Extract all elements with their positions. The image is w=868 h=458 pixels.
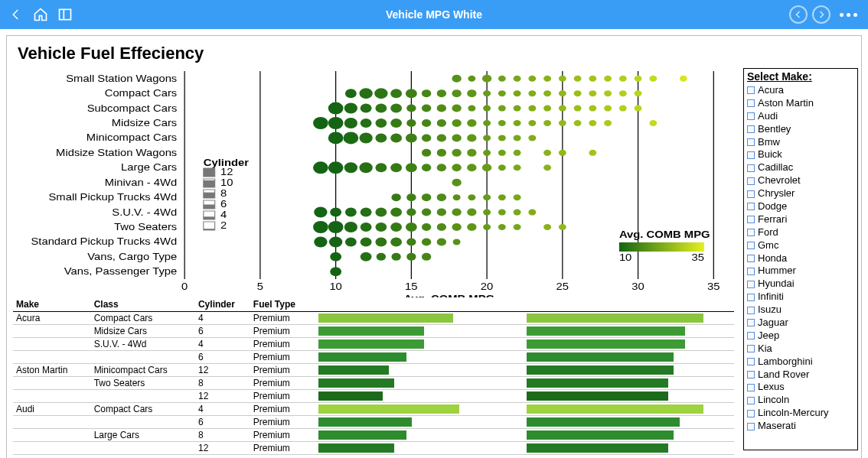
nav-back-button[interactable] [789,5,808,24]
make-filter-item[interactable]: Cadillac [747,161,854,174]
make-filter-item[interactable]: Isuzu [747,304,854,317]
scatter-point[interactable] [559,224,566,230]
scatter-point[interactable] [437,164,446,171]
scatter-point[interactable] [452,209,461,216]
table-row[interactable]: Two Seaters8Premium [13,377,734,390]
scatter-point[interactable] [635,90,642,96]
more-menu-button[interactable] [835,8,862,21]
make-filter-item[interactable]: Gmc [747,239,854,252]
scatter-point[interactable] [330,208,341,217]
scatter-point[interactable] [377,253,386,261]
scatter-point[interactable] [437,134,446,141]
scatter-point[interactable] [314,207,327,218]
scatter-point[interactable] [361,223,372,232]
scatter-point[interactable] [406,105,416,112]
scatter-point[interactable] [390,104,402,113]
scatter-point[interactable] [422,134,431,141]
scatter-point[interactable] [574,106,582,112]
scatter-point[interactable] [437,209,446,216]
scatter-point[interactable] [543,106,551,112]
scatter-point[interactable] [345,208,357,217]
scatter-point[interactable] [514,135,521,141]
scatter-point[interactable] [361,104,372,113]
make-filter-item[interactable]: Acura [747,84,854,97]
scatter-point[interactable] [344,118,357,128]
scatter-point[interactable] [559,76,566,82]
scatter-point[interactable] [452,105,461,112]
make-filter-item[interactable]: Bmw [747,136,854,149]
scatter-point[interactable] [574,120,582,126]
scatter-point[interactable] [390,133,402,142]
scatter-point[interactable] [452,179,461,187]
make-filter-item[interactable]: Chevrolet [747,174,854,187]
scatter-point[interactable] [452,89,461,97]
scatter-point[interactable] [390,223,402,232]
scatter-point[interactable] [422,105,431,112]
scatter-point[interactable] [361,119,372,128]
table-row[interactable]: Aston MartinMinicompact Cars12Premium [13,364,734,377]
scatter-point[interactable] [344,132,359,144]
scatter-point[interactable] [359,88,372,99]
scatter-point[interactable] [390,237,402,246]
scatter-point[interactable] [328,161,344,174]
scatter-point[interactable] [359,162,372,173]
scatter-point[interactable] [375,237,387,246]
home-button[interactable] [31,5,51,24]
scatter-point[interactable] [467,149,476,157]
make-filter-item[interactable]: Audi [747,110,854,123]
scatter-point[interactable] [406,119,416,127]
scatter-point[interactable] [313,221,328,233]
scatter-point[interactable] [422,193,431,201]
scatter-point[interactable] [559,90,566,96]
scatter-point[interactable] [452,223,461,231]
scatter-point[interactable] [543,164,551,171]
col-class[interactable]: Class [91,297,195,312]
scatter-point[interactable] [574,76,582,82]
scatter-point[interactable] [468,106,475,112]
make-filter-item[interactable]: Buick [747,148,854,161]
table-row[interactable]: Large Cars8Premium [13,429,734,442]
table-row[interactable]: S.U.V. - 4Wd4Premium [13,338,734,351]
scatter-point[interactable] [482,75,491,83]
scatter-point[interactable] [635,76,642,82]
scatter-point[interactable] [635,106,642,112]
scatter-point[interactable] [498,164,506,171]
scatter-point[interactable] [514,210,521,216]
scatter-point[interactable] [406,193,416,201]
scatter-point[interactable] [437,105,446,112]
scatter-point[interactable] [528,106,536,112]
make-filter-item[interactable]: Maserati [747,420,854,433]
scatter-point[interactable] [498,135,506,141]
scatter-point[interactable] [422,223,431,231]
scatter-point[interactable] [468,76,475,82]
make-filter-item[interactable]: Lincoln-Mercury [747,407,854,420]
scatter-point[interactable] [483,90,491,96]
make-filter-item[interactable]: Hyundai [747,278,854,291]
scatter-point[interactable] [452,119,461,127]
scatter-point[interactable] [498,150,506,156]
scatter-point[interactable] [514,120,521,126]
make-filter-item[interactable]: Land Rover [747,369,854,382]
scatter-point[interactable] [328,132,344,144]
scatter-point[interactable] [406,209,416,216]
scatter-point[interactable] [406,163,417,172]
scatter-point[interactable] [467,209,476,216]
scatter-point[interactable] [604,90,612,96]
scatter-point[interactable] [467,223,476,231]
scatter-point[interactable] [589,90,596,96]
scatter-point[interactable] [406,223,417,232]
scatter-point[interactable] [589,106,596,112]
scatter-point[interactable] [391,253,400,261]
scatter-point[interactable] [390,163,402,172]
scatter-point[interactable] [483,135,491,141]
scatter-point[interactable] [313,161,328,174]
scatter-point[interactable] [437,119,446,127]
scatter-point[interactable] [330,252,341,261]
scatter-point[interactable] [361,252,372,261]
scatter-point[interactable] [375,133,387,142]
scatter-point[interactable] [437,223,446,231]
scatter-point[interactable] [514,106,521,112]
scatter-point[interactable] [574,90,582,96]
scatter-point[interactable] [453,194,461,200]
scatter-point[interactable] [528,76,536,82]
